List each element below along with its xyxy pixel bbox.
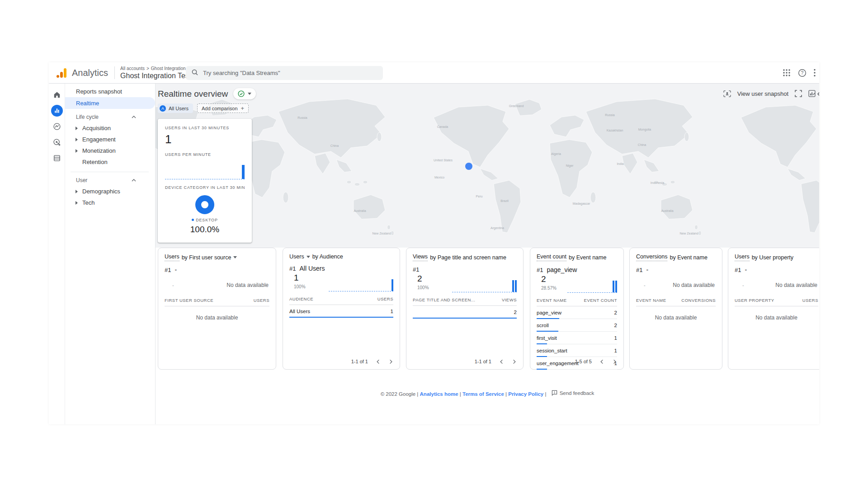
sidebar-item-acquisition[interactable]: Acquisition (65, 122, 155, 134)
apps-grid-icon[interactable] (783, 69, 791, 77)
sidebar-item-reports-snapshot[interactable]: Reports snapshot (65, 85, 155, 97)
table-empty-note: No data available (735, 306, 818, 321)
device-legend: DESKTOP (165, 218, 245, 222)
column-header: EVENT NAME (636, 298, 666, 303)
card-metric-label[interactable]: Users (735, 253, 750, 261)
sidebar-item-retention[interactable]: Retention (65, 156, 155, 168)
comparison-chip-all-users[interactable]: A All Users (158, 103, 193, 113)
breadcrumb-all-accounts[interactable]: All accounts (120, 66, 145, 71)
sidebar-item-label: Acquisition (82, 125, 111, 131)
metric-value: 2 (417, 274, 452, 284)
plus-icon: + (241, 105, 245, 111)
pager-next-icon[interactable] (388, 359, 393, 364)
map-label: Kazakhstan (607, 129, 623, 132)
pagination-label: 1-1 of 1 (475, 359, 491, 364)
table-row[interactable]: scroll2 (537, 319, 617, 332)
advertising-icon[interactable] (51, 136, 63, 148)
pager-prev-icon[interactable] (376, 359, 381, 364)
row-value: 2 (514, 310, 517, 315)
analytics-logo-icon[interactable] (56, 67, 68, 78)
reports-icon[interactable] (51, 105, 63, 117)
analytics-home-link[interactable]: Analytics home (420, 391, 458, 397)
send-feedback-button[interactable]: Send feedback (552, 390, 594, 396)
map-label: Niger (566, 164, 574, 168)
empty-dash: - (644, 282, 646, 288)
card-metric-label[interactable]: Event count (537, 253, 566, 261)
sidebar-section-lifecycle[interactable]: Life cycle (65, 112, 155, 122)
kebab-menu-icon[interactable] (814, 69, 816, 77)
library-icon[interactable] (51, 152, 63, 164)
comparison-row: A All Users Add comparison + (158, 103, 249, 113)
sidebar-divider (71, 172, 149, 172)
property-title: Ghost Integration Test (120, 72, 191, 80)
help-icon[interactable]: ? (798, 69, 807, 77)
card-users-by-user-property: Users by User property #1- - No data ava… (728, 248, 819, 370)
map-label: Brazil (500, 199, 509, 202)
sidebar-item-realtime[interactable]: Realtime (65, 97, 155, 109)
empty-dash: - (742, 282, 744, 288)
sidebar-item-demographics[interactable]: Demographics (65, 186, 155, 197)
metric-percent: 28.57% (541, 286, 567, 291)
column-header: FIRST USER SOURCE (165, 298, 213, 303)
table-row[interactable]: first_visit1 (537, 332, 617, 344)
sidebar-item-label: Monetization (82, 147, 116, 154)
chevron-down-icon[interactable] (233, 256, 237, 258)
terms-of-service-link[interactable]: Terms of Service (462, 391, 504, 397)
card-dimension-label[interactable]: Users (165, 253, 179, 261)
add-comparison-button[interactable]: Add comparison + (197, 103, 249, 113)
table-row[interactable]: page_view2 (537, 306, 617, 319)
users-per-minute-chart[interactable] (165, 160, 245, 179)
table-row[interactable]: 2 (413, 306, 517, 319)
pager-next-icon[interactable] (612, 359, 617, 364)
user-snapshot-icon[interactable] (723, 90, 731, 97)
map-label: New Zealand (679, 232, 698, 235)
pager-prev-icon[interactable] (599, 359, 604, 364)
active-user-dot (465, 163, 472, 170)
map-label: Algeria (551, 152, 561, 156)
sidebar-item-engagement[interactable]: Engagement (65, 134, 155, 145)
expand-arrow-icon (75, 201, 78, 205)
table-row[interactable]: All Users 1 (289, 305, 393, 318)
card-metric-label[interactable]: Conversions (636, 253, 667, 261)
topbar-divider (114, 66, 115, 79)
view-user-snapshot-label[interactable]: View user snapshot (737, 90, 788, 97)
explore-icon[interactable] (51, 121, 63, 132)
footer-separator: | (505, 391, 507, 397)
map-label: India (617, 162, 623, 165)
pager-prev-icon[interactable] (499, 359, 504, 364)
customize-report-icon[interactable] (808, 90, 816, 97)
map-label: Mongolia (638, 128, 651, 131)
device-donut-chart[interactable] (195, 195, 214, 214)
collapse-panel-icon[interactable] (816, 91, 819, 97)
column-header: USERS (377, 296, 393, 301)
card-metric-label[interactable]: Users (289, 253, 304, 260)
no-data-note: No data available (673, 282, 715, 288)
card-title-rest: by Event name (670, 254, 707, 261)
sidebar-item-tech[interactable]: Tech (65, 197, 155, 208)
sidebar-item-monetization[interactable]: Monetization (65, 145, 155, 156)
table-row[interactable]: session_start1 (537, 344, 617, 357)
breadcrumb-property[interactable]: Ghost Integration (151, 66, 186, 71)
home-icon[interactable] (51, 89, 63, 101)
pager-next-icon[interactable] (512, 359, 517, 364)
card-users-by-audience: Users by Audience #1All Users 1 100% AUD… (283, 248, 400, 370)
search-bar[interactable] (186, 66, 383, 80)
card-views-by-page-title: Views by Page title and screen name #1 2… (406, 248, 524, 370)
chevron-down-icon (248, 93, 251, 95)
chevron-down-icon[interactable] (307, 256, 310, 258)
expand-arrow-icon (75, 190, 78, 193)
chevron-up-icon[interactable] (132, 116, 136, 118)
chevron-up-icon[interactable] (132, 179, 136, 182)
fullscreen-icon[interactable] (795, 90, 802, 97)
expand-arrow-icon (75, 138, 78, 141)
search-input[interactable] (203, 70, 377, 76)
search-icon (191, 69, 198, 78)
row-value-bar (537, 369, 547, 370)
metric-value: 2 (541, 274, 567, 284)
spark-bar (392, 279, 393, 291)
data-status-pill[interactable] (233, 88, 256, 99)
privacy-policy-link[interactable]: Privacy Policy (508, 391, 543, 397)
card-metric-label[interactable]: Views (413, 253, 428, 261)
sidebar-section-user[interactable]: User (65, 175, 155, 186)
card-users-by-first-user-source: Users by First user source #1- - No data… (158, 248, 276, 370)
